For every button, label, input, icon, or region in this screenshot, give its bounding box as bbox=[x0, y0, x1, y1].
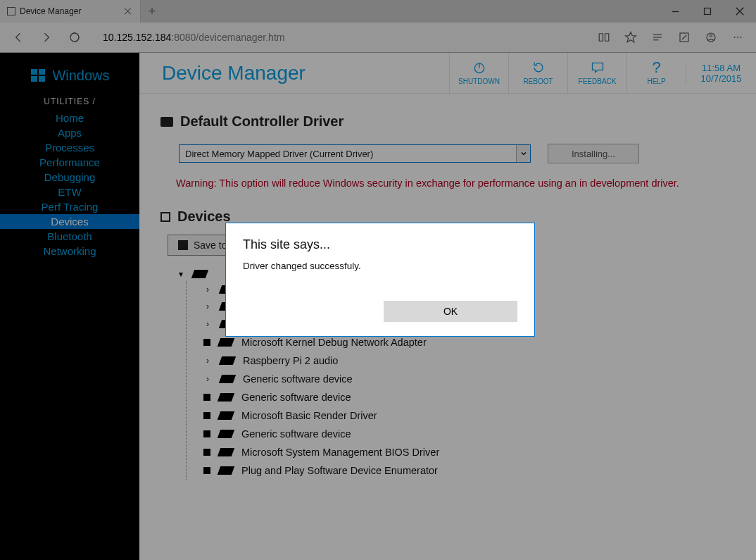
ok-label: OK bbox=[443, 306, 458, 317]
dialog-title: This site says... bbox=[243, 237, 517, 252]
alert-dialog: This site says... Driver changed success… bbox=[225, 223, 535, 337]
dialog-message: Driver changed successfuly. bbox=[243, 261, 517, 301]
dialog-ok-button[interactable]: OK bbox=[384, 301, 517, 322]
